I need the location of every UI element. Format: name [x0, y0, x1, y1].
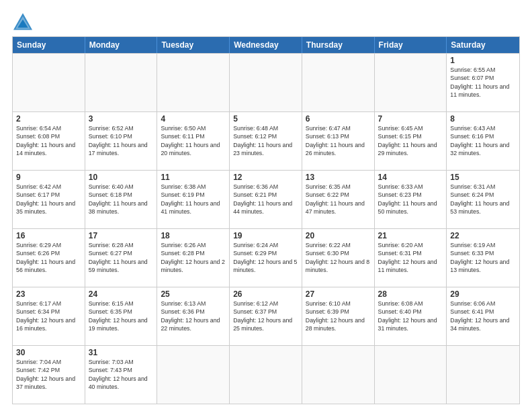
day-number: 19	[233, 231, 298, 240]
day-info: Sunrise: 6:28 AM Sunset: 6:27 PM Dayligh…	[89, 241, 154, 274]
day-info: Sunrise: 6:33 AM Sunset: 6:23 PM Dayligh…	[378, 183, 443, 216]
day-number: 8	[450, 114, 516, 124]
day-info: Sunrise: 6:13 AM Sunset: 6:36 PM Dayligh…	[161, 300, 226, 332]
day-cell-empty	[375, 54, 447, 111]
day-info: Sunrise: 6:36 AM Sunset: 6:21 PM Dayligh…	[233, 183, 298, 216]
day-number: 6	[306, 114, 371, 124]
day-number: 2	[16, 114, 81, 124]
day-cell-1: 1Sunrise: 6:55 AM Sunset: 6:07 PM Daylig…	[447, 54, 519, 111]
day-cell-24: 24Sunrise: 6:15 AM Sunset: 6:35 PM Dayli…	[85, 287, 158, 345]
day-info: Sunrise: 6:50 AM Sunset: 6:11 PM Dayligh…	[161, 124, 226, 157]
day-info: Sunrise: 6:24 AM Sunset: 6:29 PM Dayligh…	[233, 241, 298, 274]
day-cell-7: 7Sunrise: 6:45 AM Sunset: 6:15 PM Daylig…	[375, 112, 447, 170]
day-number: 23	[16, 289, 81, 299]
day-info: Sunrise: 6:38 AM Sunset: 6:19 PM Dayligh…	[161, 183, 226, 216]
day-number: 24	[89, 289, 154, 299]
day-cell-21: 21Sunrise: 6:20 AM Sunset: 6:31 PM Dayli…	[375, 229, 447, 287]
header-day-friday: Friday	[375, 37, 447, 53]
day-cell-12: 12Sunrise: 6:36 AM Sunset: 6:21 PM Dayli…	[230, 171, 302, 228]
day-cell-10: 10Sunrise: 6:40 AM Sunset: 6:18 PM Dayli…	[85, 171, 158, 228]
calendar-row-4: 23Sunrise: 6:17 AM Sunset: 6:34 PM Dayli…	[13, 287, 519, 345]
day-cell-empty	[85, 54, 158, 111]
day-info: Sunrise: 6:12 AM Sunset: 6:37 PM Dayligh…	[233, 300, 298, 332]
day-cell-16: 16Sunrise: 6:29 AM Sunset: 6:26 PM Dayli…	[13, 229, 85, 287]
calendar-row-1: 2Sunrise: 6:54 AM Sunset: 6:08 PM Daylig…	[13, 111, 519, 170]
day-number: 12	[233, 173, 298, 182]
day-info: Sunrise: 6:10 AM Sunset: 6:39 PM Dayligh…	[306, 300, 371, 332]
day-info: Sunrise: 6:35 AM Sunset: 6:22 PM Dayligh…	[306, 183, 371, 216]
day-number: 10	[89, 173, 154, 182]
day-cell-empty	[302, 54, 375, 111]
header-day-wednesday: Wednesday	[230, 37, 302, 53]
day-number: 31	[89, 348, 154, 357]
header-day-tuesday: Tuesday	[157, 37, 230, 53]
day-cell-empty	[230, 346, 302, 404]
header-day-sunday: Sunday	[13, 37, 85, 53]
day-cell-15: 15Sunrise: 6:31 AM Sunset: 6:24 PM Dayli…	[447, 171, 519, 228]
day-number: 1	[450, 56, 516, 65]
day-number: 20	[306, 231, 371, 240]
day-info: Sunrise: 6:17 AM Sunset: 6:34 PM Dayligh…	[16, 300, 81, 332]
day-number: 5	[233, 114, 298, 124]
day-info: Sunrise: 7:03 AM Sunset: 7:43 PM Dayligh…	[89, 358, 154, 391]
day-cell-empty	[157, 346, 230, 404]
logo	[12, 12, 36, 31]
day-number: 29	[450, 289, 516, 299]
day-cell-25: 25Sunrise: 6:13 AM Sunset: 6:36 PM Dayli…	[157, 287, 230, 345]
day-number: 30	[16, 348, 81, 357]
day-number: 3	[89, 114, 154, 124]
day-info: Sunrise: 6:45 AM Sunset: 6:15 PM Dayligh…	[378, 124, 443, 157]
day-cell-empty	[230, 54, 302, 111]
day-number: 13	[306, 173, 371, 182]
calendar-row-2: 9Sunrise: 6:42 AM Sunset: 6:17 PM Daylig…	[13, 170, 519, 228]
day-number: 18	[161, 231, 226, 240]
day-info: Sunrise: 6:43 AM Sunset: 6:16 PM Dayligh…	[450, 124, 516, 157]
calendar-row-0: 1Sunrise: 6:55 AM Sunset: 6:07 PM Daylig…	[13, 53, 519, 111]
day-cell-18: 18Sunrise: 6:26 AM Sunset: 6:28 PM Dayli…	[157, 229, 230, 287]
day-cell-11: 11Sunrise: 6:38 AM Sunset: 6:19 PM Dayli…	[157, 171, 230, 228]
day-cell-empty	[375, 346, 447, 404]
day-number: 15	[450, 173, 516, 182]
day-info: Sunrise: 6:40 AM Sunset: 6:18 PM Dayligh…	[89, 183, 154, 216]
day-cell-26: 26Sunrise: 6:12 AM Sunset: 6:37 PM Dayli…	[230, 287, 302, 345]
day-info: Sunrise: 6:22 AM Sunset: 6:30 PM Dayligh…	[306, 241, 371, 274]
calendar-row-5: 30Sunrise: 7:04 AM Sunset: 7:42 PM Dayli…	[13, 345, 519, 404]
day-info: Sunrise: 6:42 AM Sunset: 6:17 PM Dayligh…	[16, 183, 81, 216]
day-cell-4: 4Sunrise: 6:50 AM Sunset: 6:11 PM Daylig…	[157, 112, 230, 170]
day-number: 9	[16, 173, 81, 182]
day-cell-29: 29Sunrise: 6:06 AM Sunset: 6:41 PM Dayli…	[447, 287, 519, 345]
calendar: SundayMondayTuesdayWednesdayThursdayFrid…	[12, 36, 520, 404]
day-cell-empty	[13, 54, 85, 111]
day-info: Sunrise: 7:04 AM Sunset: 7:42 PM Dayligh…	[16, 358, 81, 391]
day-cell-28: 28Sunrise: 6:08 AM Sunset: 6:40 PM Dayli…	[375, 287, 447, 345]
day-cell-27: 27Sunrise: 6:10 AM Sunset: 6:39 PM Dayli…	[302, 287, 375, 345]
day-cell-14: 14Sunrise: 6:33 AM Sunset: 6:23 PM Dayli…	[375, 171, 447, 228]
day-number: 4	[161, 114, 226, 124]
day-info: Sunrise: 6:54 AM Sunset: 6:08 PM Dayligh…	[16, 124, 81, 157]
day-cell-empty	[157, 54, 230, 111]
day-info: Sunrise: 6:52 AM Sunset: 6:10 PM Dayligh…	[89, 124, 154, 157]
calendar-row-3: 16Sunrise: 6:29 AM Sunset: 6:26 PM Dayli…	[13, 228, 519, 287]
day-number: 26	[233, 289, 298, 299]
day-cell-5: 5Sunrise: 6:48 AM Sunset: 6:12 PM Daylig…	[230, 112, 302, 170]
day-info: Sunrise: 6:08 AM Sunset: 6:40 PM Dayligh…	[378, 300, 443, 332]
day-cell-30: 30Sunrise: 7:04 AM Sunset: 7:42 PM Dayli…	[13, 346, 85, 404]
header-day-saturday: Saturday	[447, 37, 519, 53]
day-cell-20: 20Sunrise: 6:22 AM Sunset: 6:30 PM Dayli…	[302, 229, 375, 287]
day-info: Sunrise: 6:06 AM Sunset: 6:41 PM Dayligh…	[450, 300, 516, 332]
day-cell-13: 13Sunrise: 6:35 AM Sunset: 6:22 PM Dayli…	[302, 171, 375, 228]
day-cell-3: 3Sunrise: 6:52 AM Sunset: 6:10 PM Daylig…	[85, 112, 158, 170]
day-info: Sunrise: 6:55 AM Sunset: 6:07 PM Dayligh…	[450, 66, 516, 99]
day-info: Sunrise: 6:19 AM Sunset: 6:33 PM Dayligh…	[450, 241, 516, 274]
day-cell-empty	[302, 346, 375, 404]
day-info: Sunrise: 6:26 AM Sunset: 6:28 PM Dayligh…	[161, 241, 226, 274]
day-cell-23: 23Sunrise: 6:17 AM Sunset: 6:34 PM Dayli…	[13, 287, 85, 345]
day-number: 25	[161, 289, 226, 299]
calendar-header: SundayMondayTuesdayWednesdayThursdayFrid…	[13, 37, 519, 53]
day-number: 28	[378, 289, 443, 299]
day-cell-9: 9Sunrise: 6:42 AM Sunset: 6:17 PM Daylig…	[13, 171, 85, 228]
day-cell-31: 31Sunrise: 7:03 AM Sunset: 7:43 PM Dayli…	[85, 346, 158, 404]
day-cell-6: 6Sunrise: 6:47 AM Sunset: 6:13 PM Daylig…	[302, 112, 375, 170]
day-number: 11	[161, 173, 226, 182]
calendar-body: 1Sunrise: 6:55 AM Sunset: 6:07 PM Daylig…	[13, 53, 519, 404]
